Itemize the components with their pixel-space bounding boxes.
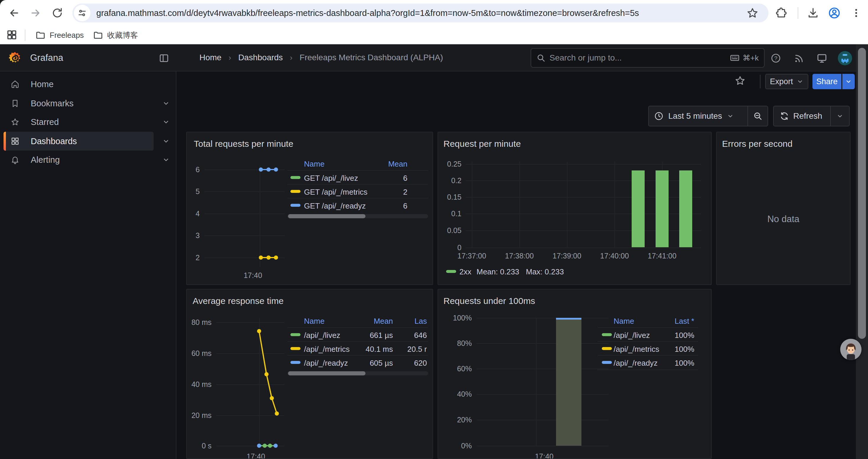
breadcrumb-home[interactable]: Home xyxy=(199,53,222,62)
panel-title[interactable]: Total requests per minute xyxy=(194,139,293,149)
gridline xyxy=(476,394,609,395)
sidebar-item-dashboards[interactable]: Dashboards xyxy=(0,132,176,151)
forward-icon[interactable] xyxy=(29,6,42,20)
back-icon[interactable] xyxy=(8,6,21,20)
gridline xyxy=(476,343,609,344)
breadcrumb-separator: › xyxy=(229,53,231,62)
downloads-icon[interactable] xyxy=(807,6,819,20)
legend-header-name[interactable]: Name xyxy=(304,317,324,326)
profile-icon[interactable] xyxy=(828,6,841,20)
news-rss-icon[interactable] xyxy=(794,53,804,64)
favorite-star-icon[interactable] xyxy=(735,75,746,86)
series-name[interactable]: /api/_/metrics xyxy=(304,345,350,354)
legend-row[interactable]: GET /api/_/readyz 6 xyxy=(287,198,428,212)
legend-header-name[interactable]: Name xyxy=(304,160,324,169)
chevron-down-icon[interactable] xyxy=(162,100,170,107)
series-color-chip xyxy=(602,361,612,364)
assistant-avatar[interactable] xyxy=(840,339,862,360)
y-tick: 0% xyxy=(438,441,472,450)
chevron-down-icon[interactable] xyxy=(162,118,170,126)
time-range-label: Last 5 minutes xyxy=(668,111,722,121)
panel-title[interactable]: Requests under 100ms xyxy=(443,296,535,306)
legend-row[interactable]: /api/_/metrics 100% xyxy=(598,341,698,356)
series-last: 20.5 r xyxy=(407,345,427,354)
time-range-picker[interactable]: Last 5 minutes xyxy=(649,111,747,121)
legend-row[interactable]: GET /api/_/livez 6 xyxy=(287,170,428,185)
series-name[interactable]: /api/_/livez xyxy=(304,331,340,340)
chevron-down-icon[interactable] xyxy=(162,156,170,164)
bookmark-item-blogs[interactable]: 收藏博客 xyxy=(93,28,138,42)
legend-row[interactable]: /api/_/readyz 605 µs 620 xyxy=(287,355,428,369)
chevron-down-icon[interactable] xyxy=(162,137,170,145)
reload-icon[interactable] xyxy=(51,6,64,20)
folder-icon xyxy=(93,30,103,40)
breadcrumb: Home › Dashboards › Freeleaps Metrics Da… xyxy=(199,44,443,71)
grafana-logo[interactable] xyxy=(8,51,22,66)
series-name[interactable]: GET /api/_/livez xyxy=(304,174,358,183)
legend-header-last[interactable]: Las xyxy=(414,317,427,326)
time-range-group: Last 5 minutes xyxy=(648,106,768,126)
legend-row[interactable]: GET /api/_/metrics 2 xyxy=(287,184,428,198)
legend-header-last[interactable]: Last * xyxy=(675,317,694,326)
legend-mean: Mean: 0.233 xyxy=(476,267,519,276)
data-point xyxy=(267,256,271,260)
scrollbar-thumb[interactable] xyxy=(288,214,366,218)
no-data-message: No data xyxy=(717,214,850,225)
legend-row[interactable]: /api/_/livez 100% xyxy=(598,327,698,342)
scrollbar-thumb[interactable] xyxy=(858,48,866,339)
legend-row[interactable]: /api/_/readyz 100% xyxy=(598,355,698,370)
url-bar[interactable]: grafana.mathmast.com/d/deytv4rwavabkb/fr… xyxy=(72,4,769,23)
bar-2xx xyxy=(656,170,669,247)
legend-scrollbar[interactable] xyxy=(287,214,428,218)
scrollbar-thumb[interactable] xyxy=(288,371,366,375)
gridline xyxy=(536,318,536,446)
sidebar-toggle-icon[interactable] xyxy=(159,53,169,63)
bookmark-star-icon[interactable] xyxy=(746,7,759,19)
refresh-button[interactable]: Refresh xyxy=(774,111,830,121)
user-avatar[interactable] xyxy=(838,51,852,65)
refresh-interval-button[interactable] xyxy=(831,112,849,120)
series-name[interactable]: /api/_/readyz xyxy=(614,359,658,368)
sidebar-item-alerting[interactable]: Alerting xyxy=(0,150,176,169)
series-name[interactable]: /api/_/readyz xyxy=(304,359,348,368)
apps-grid-icon[interactable] xyxy=(6,29,18,41)
series-name[interactable]: /api/_/livez xyxy=(614,331,650,340)
series-name[interactable]: GET /api/_/readyz xyxy=(304,201,366,210)
series-color-chip xyxy=(290,347,301,350)
gridline xyxy=(205,191,285,192)
monitor-icon[interactable] xyxy=(816,53,827,64)
panel-title[interactable]: Errors per second xyxy=(722,139,793,149)
series-name[interactable]: GET /api/_/metrics xyxy=(304,188,368,197)
legend-header-mean[interactable]: Mean xyxy=(374,317,393,326)
share-button[interactable]: Share xyxy=(812,74,841,89)
url-text[interactable]: grafana.mathmast.com/d/deytv4rwavabkb/fr… xyxy=(96,8,639,18)
actions-divider xyxy=(760,75,761,88)
share-menu-button[interactable] xyxy=(842,74,855,89)
export-button[interactable]: Export xyxy=(765,74,808,89)
y-tick: 0.1 xyxy=(441,209,462,218)
legend-row[interactable]: /api/_/livez 661 µs 646 xyxy=(287,327,428,342)
bookmark-item-freeleaps[interactable]: Freeleaps xyxy=(35,28,84,42)
legend-header-name[interactable]: Name xyxy=(614,317,634,326)
search-input[interactable]: Search or jump to... ⌘+k xyxy=(531,48,765,68)
data-point xyxy=(274,256,278,260)
legend-row[interactable]: /api/_/metrics 40.1 ms 20.5 r xyxy=(287,341,428,356)
panel-title[interactable]: Request per minute xyxy=(443,139,521,149)
screen: grafana.mathmast.com/d/deytv4rwavabkb/fr… xyxy=(0,0,868,459)
tune-icon[interactable] xyxy=(74,5,90,21)
svg-text:?: ? xyxy=(774,55,777,61)
extensions-icon[interactable] xyxy=(775,6,788,20)
series-name[interactable]: /api/_/metrics xyxy=(614,345,659,354)
browser-menu-icon[interactable] xyxy=(850,6,863,20)
sidebar-item-bookmarks[interactable]: Bookmarks xyxy=(0,94,176,113)
help-icon[interactable]: ? xyxy=(771,53,781,64)
zoom-out-button[interactable] xyxy=(748,111,768,121)
breadcrumb-dashboards[interactable]: Dashboards xyxy=(238,53,283,62)
clock-icon xyxy=(654,111,663,121)
panel-errors-per-second: Errors per second No data xyxy=(716,132,850,285)
sidebar-item-home[interactable]: Home xyxy=(0,75,176,94)
legend-scrollbar[interactable] xyxy=(287,371,428,375)
legend-series-name[interactable]: 2xx xyxy=(459,267,471,276)
legend-header-mean[interactable]: Mean xyxy=(388,160,407,169)
sidebar-item-starred[interactable]: Starred xyxy=(0,112,176,131)
